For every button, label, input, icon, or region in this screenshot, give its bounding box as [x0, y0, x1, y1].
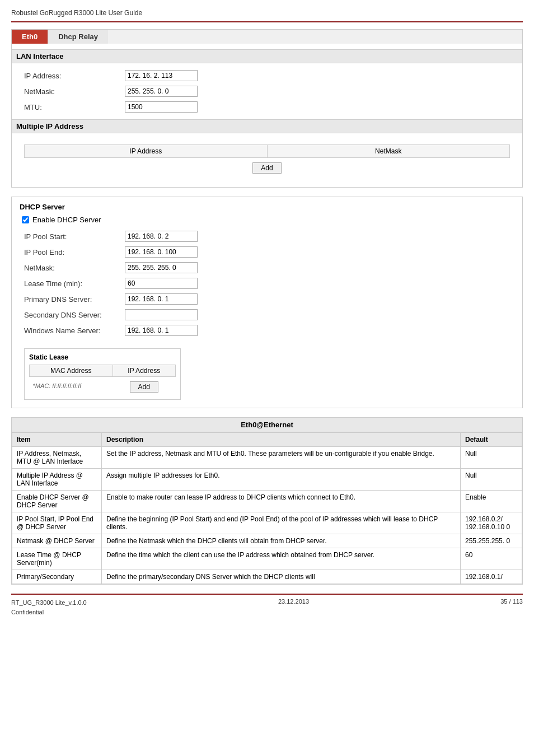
primary-dns-row: Primary DNS Server:: [20, 291, 514, 307]
col-item-header: Item: [12, 433, 102, 447]
mtu-label: MTU:: [24, 103, 125, 111]
ip-address-row: IP Address:: [20, 68, 514, 83]
enable-dhcp-row: Enable DHCP Server: [22, 216, 514, 224]
enable-dhcp-checkbox[interactable]: [22, 216, 29, 223]
cell-item: IP Address, Netmask, MTU @ LAN Interface: [12, 447, 102, 469]
cell-default: Null: [461, 447, 522, 469]
tab-eth0-content: LAN Interface IP Address: NetMask: MTU: …: [12, 44, 522, 187]
secondary-dns-input[interactable]: [125, 309, 198, 320]
ip-pool-start-row: IP Pool Start:: [20, 228, 514, 244]
table-row: Primary/Secondary Define the primary/sec…: [12, 570, 522, 584]
dhcp-server-title: DHCP Server: [20, 203, 514, 211]
dhcp-netmask-label: NetMask:: [24, 264, 125, 272]
lease-time-input[interactable]: [125, 278, 198, 289]
tab-container: Eth0 Dhcp Relay LAN Interface IP Address…: [11, 29, 523, 188]
footer-center: 23.12.2013: [278, 598, 309, 617]
table-row: Enable DHCP Server @ DHCP Server Enable …: [12, 491, 522, 512]
mtu-row: MTU:: [20, 99, 514, 115]
primary-dns-label: Primary DNS Server:: [24, 295, 125, 304]
col-mac-header: MAC Address: [30, 365, 113, 377]
cell-desc: Assign multiple IP addresses for Eth0.: [102, 469, 461, 491]
desc-table-title: Eth0@Ethernet: [12, 418, 522, 432]
windows-name-label: Windows Name Server:: [24, 326, 125, 335]
footer-left-line2: Confidential: [11, 608, 87, 617]
dhcp-netmask-input[interactable]: [125, 262, 198, 273]
footer-left-line1: RT_UG_R3000 Lite_v.1.0.0: [11, 598, 87, 608]
cell-desc: Set the IP address, Netmask and MTU of E…: [102, 447, 461, 469]
cell-desc: Define the primary/secondary DNS Server …: [102, 570, 461, 584]
table-row: IP Pool Start, IP Pool End @ DHCP Server…: [12, 512, 522, 534]
netmask-row: NetMask:: [20, 83, 514, 99]
ip-pool-start-label: IP Pool Start:: [24, 232, 125, 241]
static-lease-section: Static Lease MAC Address IP Address *MAC…: [24, 348, 181, 400]
ip-address-input[interactable]: [125, 70, 198, 81]
tab-eth0[interactable]: Eth0: [12, 30, 48, 44]
cell-default: Null: [461, 469, 522, 491]
netmask-input[interactable]: [125, 86, 198, 97]
windows-name-row: Windows Name Server:: [20, 323, 514, 338]
primary-dns-input[interactable]: [125, 293, 198, 305]
multiple-ip-table: IP Address NetMask Add: [24, 144, 510, 176]
lease-time-row: Lease Time (min):: [20, 276, 514, 291]
cell-desc: Define the time which the client can use…: [102, 548, 461, 570]
col-ip-header: IP Address: [25, 145, 268, 158]
table-row: Lease Time @ DHCP Server(min) Define the…: [12, 548, 522, 570]
desc-table: Item Description Default IP Address, Net…: [12, 432, 522, 584]
tab-header: Eth0 Dhcp Relay: [12, 30, 522, 44]
cell-default: Enable: [461, 491, 522, 512]
cell-item: Enable DHCP Server @ DHCP Server: [12, 491, 102, 512]
netmask-label: NetMask:: [24, 87, 125, 96]
table-row: Netmask @ DHCP Server Define the Netmask…: [12, 534, 522, 548]
cell-item: Netmask @ DHCP Server: [12, 534, 102, 548]
static-lease-add-button[interactable]: Add: [130, 381, 158, 393]
cell-desc: Define the beginning (IP Pool Start) and…: [102, 512, 461, 534]
multiple-ip-header: Multiple IP Address: [12, 119, 522, 133]
cell-item: IP Pool Start, IP Pool End @ DHCP Server: [12, 512, 102, 534]
windows-name-input[interactable]: [125, 325, 198, 336]
page-footer: RT_UG_R3000 Lite_v.1.0.0 Confidential 23…: [11, 594, 523, 617]
cell-item: Primary/Secondary: [12, 570, 102, 584]
desc-table-wrapper: Eth0@Ethernet Item Description Default I…: [11, 417, 523, 585]
cell-desc: Define the Netmask which the DHCP client…: [102, 534, 461, 548]
table-row: IP Address, Netmask, MTU @ LAN Interface…: [12, 447, 522, 469]
static-lease-title: Static Lease: [29, 353, 176, 361]
cell-item: Lease Time @ DHCP Server(min): [12, 548, 102, 570]
dhcp-netmask-row: NetMask:: [20, 260, 514, 276]
col-desc-header: Description: [102, 433, 461, 447]
tab-dhcp-relay[interactable]: Dhcp Relay: [48, 30, 108, 44]
footer-left: RT_UG_R3000 Lite_v.1.0.0 Confidential: [11, 598, 87, 617]
secondary-dns-row: Secondary DNS Server:: [20, 307, 514, 323]
ip-pool-end-row: IP Pool End:: [20, 244, 514, 260]
dhcp-server-container: DHCP Server Enable DHCP Server IP Pool S…: [11, 197, 523, 408]
cell-item: Multiple IP Address @ LAN Interface: [12, 469, 102, 491]
page-header: Robustel GoRugged R3000 Lite User Guide: [11, 6, 523, 22]
ip-pool-start-input[interactable]: [125, 231, 198, 242]
cell-default: 255.255.255. 0: [461, 534, 522, 548]
cell-default: 60: [461, 548, 522, 570]
table-row: Multiple IP Address @ LAN Interface Assi…: [12, 469, 522, 491]
footer-right: 35 / 113: [500, 598, 523, 617]
col-ip-header-static: IP Address: [113, 365, 176, 377]
page-header-title: Robustel GoRugged R3000 Lite User Guide: [11, 9, 142, 17]
col-default-header: Default: [461, 433, 522, 447]
mtu-input[interactable]: [125, 101, 198, 113]
mac-hint: *MAC: ff:ff:ff:ff:ff:ff: [30, 377, 113, 395]
ip-pool-end-label: IP Pool End:: [24, 248, 125, 256]
static-lease-table: MAC Address IP Address *MAC: ff:ff:ff:ff…: [29, 365, 176, 395]
lan-interface-header: LAN Interface: [12, 49, 522, 63]
ip-address-label: IP Address:: [24, 72, 125, 80]
cell-default: 192.168.0.2/ 192.168.0.10 0: [461, 512, 522, 534]
secondary-dns-label: Secondary DNS Server:: [24, 311, 125, 319]
col-netmask-header: NetMask: [267, 145, 510, 158]
multiple-ip-add-button[interactable]: Add: [252, 162, 281, 174]
cell-desc: Enable to make router can lease IP addre…: [102, 491, 461, 512]
enable-dhcp-label: Enable DHCP Server: [32, 216, 101, 224]
ip-pool-end-input[interactable]: [125, 246, 198, 258]
cell-default: 192.168.0.1/: [461, 570, 522, 584]
lease-time-label: Lease Time (min):: [24, 279, 125, 288]
